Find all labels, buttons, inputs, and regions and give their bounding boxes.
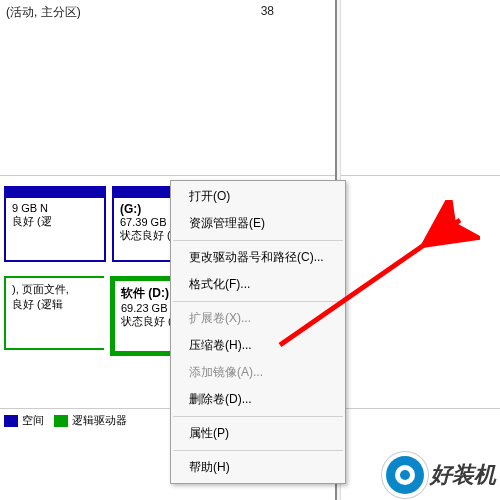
menu-change-path[interactable]: 更改驱动器号和路径(C)... bbox=[171, 244, 345, 271]
legend-label-blue: 空间 bbox=[22, 413, 44, 428]
volume-list-row: (活动, 主分区) 38 bbox=[0, 0, 500, 25]
menu-separator bbox=[173, 416, 343, 417]
menu-delete-volume[interactable]: 删除卷(D)... bbox=[171, 386, 345, 413]
eye-icon bbox=[395, 465, 415, 485]
context-menu: 打开(O) 资源管理器(E) 更改驱动器号和路径(C)... 格式化(F)...… bbox=[170, 180, 346, 484]
menu-explorer[interactable]: 资源管理器(E) bbox=[171, 210, 345, 237]
partition-status: 良好 (逻辑 bbox=[12, 297, 98, 312]
watermark: 好装机 bbox=[386, 456, 496, 494]
menu-properties[interactable]: 属性(P) bbox=[171, 420, 345, 447]
legend-swatch-green bbox=[54, 415, 68, 427]
volume-status: (活动, 主分区) bbox=[6, 4, 81, 21]
menu-separator bbox=[173, 450, 343, 451]
watermark-text: 好装机 bbox=[430, 460, 496, 490]
menu-open[interactable]: 打开(O) bbox=[171, 183, 345, 210]
menu-format[interactable]: 格式化(F)... bbox=[171, 271, 345, 298]
partition-size: ), 页面文件, bbox=[12, 282, 98, 297]
legend-swatch-blue bbox=[4, 415, 18, 427]
partition-box-system[interactable]: ), 页面文件, 良好 (逻辑 bbox=[4, 276, 104, 350]
partition-status: 良好 (逻 bbox=[12, 214, 98, 229]
menu-add-mirror: 添加镜像(A)... bbox=[171, 359, 345, 386]
partition-box[interactable]: 9 GB N 良好 (逻 bbox=[4, 186, 106, 262]
legend-label-green: 逻辑驱动器 bbox=[72, 413, 127, 428]
menu-separator bbox=[173, 301, 343, 302]
watermark-icon bbox=[386, 456, 424, 494]
volume-value: 38 bbox=[261, 4, 274, 21]
menu-extend: 扩展卷(X)... bbox=[171, 305, 345, 332]
partition-header-bar bbox=[6, 188, 104, 198]
menu-help[interactable]: 帮助(H) bbox=[171, 454, 345, 481]
menu-separator bbox=[173, 240, 343, 241]
partition-size: 9 GB N bbox=[12, 202, 98, 214]
menu-shrink[interactable]: 压缩卷(H)... bbox=[171, 332, 345, 359]
